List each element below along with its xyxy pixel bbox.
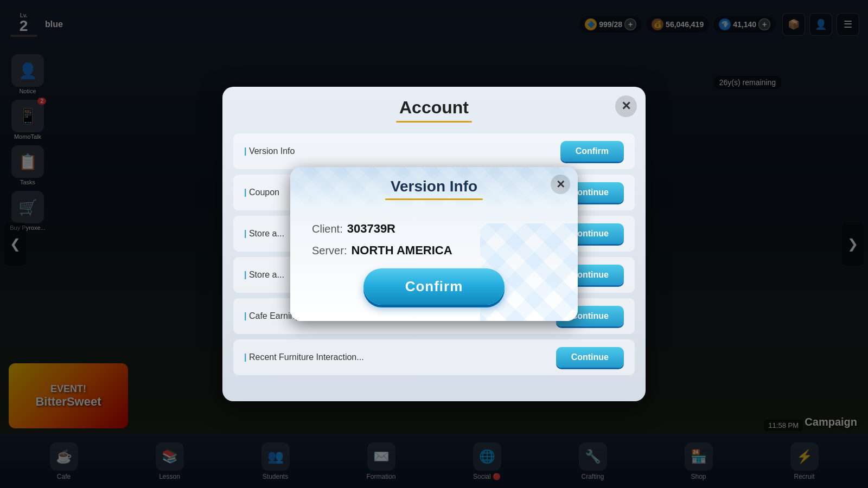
- client-label: Client:: [312, 223, 343, 235]
- version-info-modal: Version Info ✕ Client: 303739R Server: N…: [290, 167, 578, 321]
- version-confirm-button[interactable]: Confirm: [363, 268, 505, 305]
- version-modal-overlay: Version Info ✕ Client: 303739R Server: N…: [0, 0, 868, 488]
- version-modal-close-button[interactable]: ✕: [551, 175, 570, 194]
- server-label: Server:: [312, 245, 347, 257]
- server-info-row: Server: NORTH AMERICA: [312, 243, 556, 258]
- version-modal-title: Version Info: [301, 178, 567, 195]
- server-value: NORTH AMERICA: [351, 243, 452, 258]
- version-modal-body: Client: 303739R Server: NORTH AMERICA Co…: [290, 206, 578, 321]
- client-info-row: Client: 303739R: [312, 222, 556, 236]
- version-modal-header: Version Info ✕: [290, 167, 578, 206]
- version-modal-underline: [385, 198, 483, 200]
- client-value: 303739R: [347, 222, 395, 236]
